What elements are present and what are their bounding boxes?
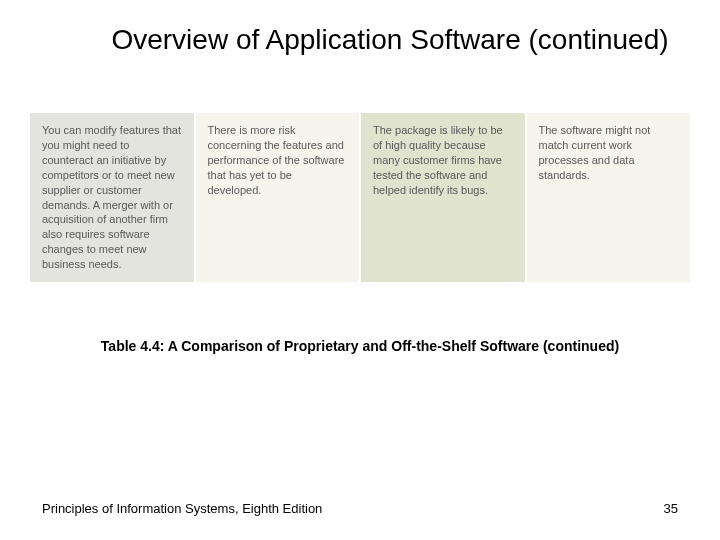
table-cell: The package is likely to be of high qual… [361,113,525,281]
page-number: 35 [664,501,678,516]
table-cell: The software might not match current wor… [527,113,691,281]
table-cell: You can modify features that you might n… [30,113,194,281]
comparison-table: You can modify features that you might n… [30,113,690,281]
slide-footer: Principles of Information Systems, Eight… [0,501,720,516]
slide-title: Overview of Application Software (contin… [0,0,720,58]
footer-book-title: Principles of Information Systems, Eight… [42,501,322,516]
table-caption: Table 4.4: A Comparison of Proprietary a… [0,337,720,357]
table-cell: There is more risk concerning the featur… [196,113,360,281]
